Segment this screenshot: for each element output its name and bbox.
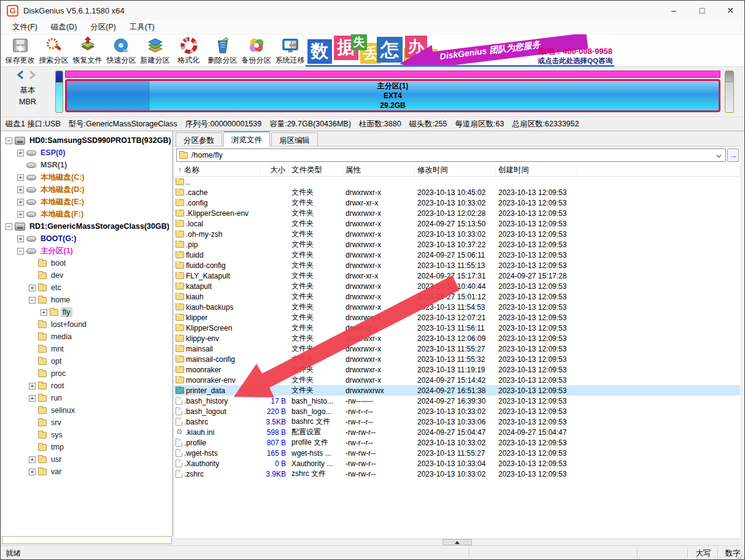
go-button[interactable]: → [727,148,739,162]
file-row-.Xauthority[interactable]: .Xauthority0 BXauthority ...-rw-rw-r--20… [174,458,740,469]
file-row-.oh-my-zsh[interactable]: .oh-my-zsh文件夹drwxrwxr-x2023-10-13 10:33:… [174,229,740,239]
collapse-icon[interactable]: − [6,137,12,144]
expand-icon[interactable]: + [17,174,24,181]
tree-item-etc[interactable]: +etc [1,282,172,294]
file-row-.kiauh.ini[interactable]: ⚙.kiauh.ini598 B配置设置-rw-rw-r--2024-09-27… [174,427,740,437]
expand-icon[interactable]: + [29,383,36,389]
maximize-button[interactable]: □ [688,1,716,20]
tree-item-dev[interactable]: dev [1,269,172,282]
file-row-.zshrc[interactable]: .zshrc3.9KBzshrc 文件-rw-rw-r--2023-10-13 … [174,469,740,479]
tree-item-root[interactable]: +root [1,380,172,392]
tree-item-boot(g:)[interactable]: +BOOT(G:) [1,232,172,245]
path-combobox[interactable]: /home/fly [176,148,726,162]
partition-block[interactable]: 主分区(1) EXT4 29.2GB [65,79,720,112]
tree-item-var[interactable]: +var [1,466,172,478]
tree-item-home[interactable]: −home [1,294,172,306]
file-row-KlipperScreen[interactable]: KlipperScreen文件夹drwxr-xr-x2023-10-13 11:… [174,323,740,333]
expand-icon[interactable]: + [29,469,36,475]
tree-item-fly[interactable]: +fly [1,306,172,318]
file-row-.profile[interactable]: .profile807 Bprofile 文件-rw-r--r--2023-10… [174,437,740,448]
file-row-.pip[interactable]: .pip文件夹drwxrwxr-x2023-10-13 10:37:222023… [174,239,740,250]
minimize-button[interactable]: – [660,1,688,20]
disk-mini-map[interactable] [55,71,63,113]
next-disk-icon[interactable] [28,70,36,80]
tree-item-rd1:genericmassstorageclass(30gb)[interactable]: −RD1:GenericMassStorageClass(30GB) [1,220,172,232]
chevron-down-icon[interactable] [716,153,722,159]
tab-2[interactable]: 扇区编辑 [271,132,318,146]
expand-icon[interactable]: + [17,199,24,205]
tab-0[interactable]: 分区参数 [176,132,222,146]
tree-item-media[interactable]: media [1,331,172,343]
expand-icon[interactable]: + [29,285,36,291]
file-row-moonraker[interactable]: moonraker文件夹drwxrwxr-x2023-10-13 11:19:1… [174,364,740,375]
file-row-FLY_Katapult[interactable]: FLY_Katapult文件夹drwxr-xr-x2024-09-27 15:1… [174,270,740,281]
prev-disk-icon[interactable] [17,70,25,80]
tree-item-(e:)[interactable]: +本地磁盘(E:) [1,196,172,208]
tree-item-boot[interactable]: boot [1,257,172,269]
toolbar-system-migrate-button[interactable]: 系统迁移 [273,34,307,67]
toolbar-search-partition-button[interactable]: 搜索分区 [37,34,71,67]
expand-icon[interactable]: + [17,236,24,242]
tree-item-lost+found[interactable]: lost+found [1,318,172,331]
file-row-.bash_logout[interactable]: .bash_logout220 Bbash_logo...-rw-r--r--2… [174,406,740,416]
file-row-katapult[interactable]: katapult文件夹drwxrwxr-x2023-10-13 10:40:44… [174,281,740,291]
tree-item-usr[interactable]: +usr [1,453,172,466]
tree-item-tmp[interactable]: tmp [1,441,172,453]
toolbar-new-partition-button[interactable]: 新建分区 [138,34,172,67]
tree-item-(c:)[interactable]: +本地磁盘(C:) [1,171,172,183]
collapse-icon[interactable]: − [29,297,36,304]
file-row-fluidd-config[interactable]: fluidd-config文件夹drwxrwxr-x2023-10-13 11:… [174,260,740,270]
toolbar-quick-partition-button[interactable]: 快速分区 [104,34,138,67]
collapse-icon[interactable]: − [17,248,24,255]
panel-scrollbar[interactable] [174,539,740,545]
toolbar-delete-partition-button[interactable]: 删除分区 [206,34,239,67]
tree-item-run[interactable]: +run [1,392,172,404]
tree-item-srv[interactable]: srv [1,416,172,429]
tree-item-msr(1)[interactable]: MSR(1) [1,159,172,171]
expand-icon[interactable]: + [29,395,36,402]
tree-item-(1)[interactable]: −主分区(1) [1,245,172,257]
file-row-mainsail-config[interactable]: mainsail-config文件夹drwxrwxr-x2023-10-13 1… [174,354,740,364]
tab-1[interactable]: 浏览文件 [223,131,270,147]
file-row-kiauh[interactable]: kiauh文件夹drwxrwxr-x2024-09-27 15:01:12202… [174,291,740,302]
file-row-.wget-hsts[interactable]: .wget-hsts165 Bwget-hsts ...-rw-rw-r--20… [174,448,740,458]
toolbar-save-disk-button[interactable]: 保存更改 [3,34,37,67]
menu-item-3[interactable]: 工具(T) [123,21,161,34]
file-row-klippy-env[interactable]: klippy-env文件夹drwxrwxr-x2023-10-13 12:06:… [174,333,740,343]
file-row-..[interactable]: .. [174,177,740,187]
tree-item-proc[interactable]: proc [1,367,172,380]
close-button[interactable]: ✕ [716,1,744,20]
file-row-.KlipperScreen-env[interactable]: .KlipperScreen-env文件夹drwxrwxr-x2023-10-1… [174,208,740,218]
toolbar-format-button[interactable]: 格式化 [172,34,206,67]
expand-icon[interactable]: + [41,309,47,316]
collapse-icon[interactable]: − [6,223,12,230]
file-row-moonraker-env[interactable]: moonraker-env文件夹drwxrwxr-x2024-09-27 15:… [174,375,740,385]
file-row-.local[interactable]: .local文件夹drwxrwxr-x2024-09-27 15:13:5020… [174,218,740,229]
tree-item-selinux[interactable]: selinux [1,404,172,416]
expand-icon[interactable]: + [17,150,24,156]
banner-qq-link[interactable]: 或点击此处选择QQ咨询 [538,56,612,66]
file-row-printer_data[interactable]: printer_data文件夹drwxrwxrwx2024-09-27 16:5… [174,385,740,396]
file-row-fluidd[interactable]: fluidd文件夹drwxrwxr-x2024-09-27 15:06:1120… [174,250,740,260]
menu-item-0[interactable]: 文件(F) [6,21,44,34]
tree-item-esp(0)[interactable]: +ESP(0) [1,147,172,159]
expand-icon[interactable]: + [17,211,24,218]
file-row-.bashrc[interactable]: .bashrc3.5KBbashrc 文件-rw-r--r--2023-10-1… [174,416,740,427]
ad-banner[interactable]: 数据丢失怎么办! DiskGenius 团队为您服务 致电：400-008-99… [306,34,614,67]
toolbar-backup-partition-button[interactable]: 备份分区 [239,34,273,67]
file-row-.config[interactable]: .config文件夹drwxr-xr-x2023-10-13 10:33:022… [174,198,740,208]
menu-item-2[interactable]: 分区(P) [83,21,123,34]
tree-item-hd0:samsungssd990pro1tb(932gb)[interactable]: −HD0:SamsungSSD990PRO1TB(932GB) [1,134,172,147]
tree-item-(f:)[interactable]: +本地磁盘(F:) [1,208,172,220]
expand-icon[interactable]: + [29,456,36,463]
tree-item-sys[interactable]: sys [1,429,172,441]
collapse-handle[interactable] [442,539,472,545]
table-header[interactable]: ↑名称 大小 文件类型 属性 修改时间 创建时间 [174,164,740,177]
menu-item-1[interactable]: 磁盘(D) [44,21,83,34]
toolbar-recover-files-button[interactable]: 恢复文件 [71,34,104,67]
partition-scrollbar[interactable] [725,71,734,113]
disk-overview-bar[interactable] [65,71,720,78]
file-row-klipper[interactable]: klipper文件夹drwxrwxr-x2023-10-13 12:07:212… [174,312,740,323]
tree-item-opt[interactable]: opt [1,355,172,367]
file-row-mainsail[interactable]: mainsail文件夹drwxrwxr-x2023-10-13 11:55:27… [174,343,740,354]
